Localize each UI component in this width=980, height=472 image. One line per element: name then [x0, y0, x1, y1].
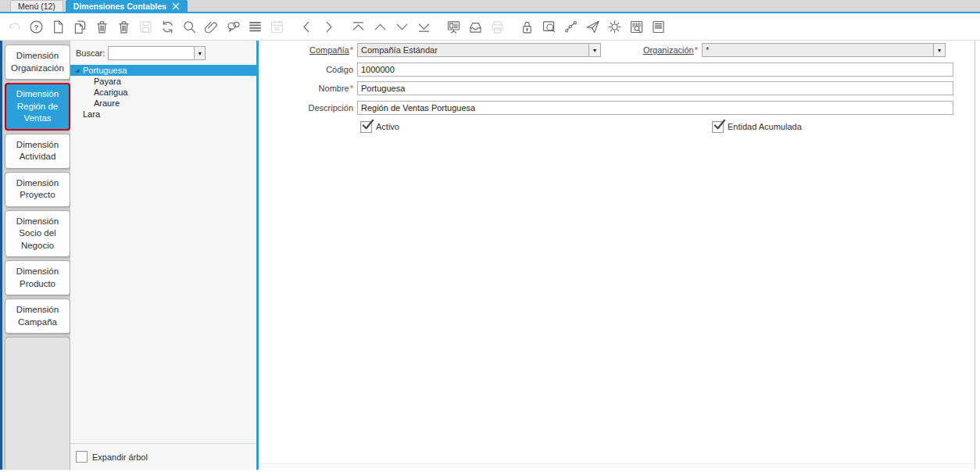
- description-input[interactable]: [357, 101, 953, 115]
- panel-right-edge: [975, 41, 975, 470]
- form-row-checkboxes: Activo Entidad Acumulada: [259, 120, 980, 134]
- new-record-icon[interactable]: [49, 18, 66, 35]
- product-info-icon[interactable]: [628, 18, 645, 35]
- sales-region-tree: ◢PortuguesaPayaraAcariguaAraureLara: [70, 65, 256, 443]
- tree-panel: Buscar: ▾ ◢PortuguesaPayaraAcariguaAraur…: [70, 41, 259, 470]
- summary-entity-checkbox[interactable]: [712, 121, 724, 133]
- print-icon: [488, 18, 506, 35]
- next-record-icon[interactable]: [393, 18, 410, 35]
- tree-item-lara[interactable]: Lara: [70, 109, 256, 120]
- chat-icon[interactable]: [224, 18, 241, 35]
- organization-combobox[interactable]: * ▾: [702, 43, 946, 57]
- search-dropdown-button[interactable]: ▾: [194, 46, 206, 60]
- sidebar-tab-dimension-producto[interactable]: Dimensión Producto: [5, 260, 70, 295]
- copy-record-icon[interactable]: [71, 18, 88, 35]
- form-row-name: Nombre*: [259, 81, 980, 95]
- expand-caret-icon[interactable]: ◢: [75, 67, 79, 73]
- tree-footer: Expandir árbol: [70, 443, 256, 470]
- dimension-tabs: Dimensión OrganizaciónDimensión Región d…: [5, 45, 70, 337]
- active-checkbox[interactable]: [360, 121, 372, 133]
- sidebar-tab-dimension-actividad[interactable]: Dimensión Actividad: [5, 134, 70, 169]
- chevron-down-icon: ▾: [593, 47, 596, 54]
- window-tab-bar: Menú (12) Dimensiones Contables: [0, 0, 980, 13]
- form-row-code: Código: [259, 63, 980, 77]
- name-label: Nombre*: [259, 84, 357, 93]
- parent-record-icon[interactable]: [349, 18, 367, 35]
- company-dropdown-button[interactable]: ▾: [588, 43, 601, 57]
- tree-item-label: Acarigua: [94, 88, 127, 97]
- tab-strip-filler: [5, 337, 70, 470]
- previous-record-icon[interactable]: [371, 18, 388, 35]
- sidebar-tab-dimension-campana[interactable]: Dimensión Campaña: [5, 299, 70, 334]
- find-icon[interactable]: [181, 18, 198, 35]
- grid-toggle-icon[interactable]: [246, 18, 263, 35]
- form-panel: Compañía* Compañía Estándar ▾ Organizaci…: [259, 41, 980, 470]
- workflow-icon[interactable]: [562, 18, 579, 35]
- chevron-down-icon: ▾: [199, 50, 202, 57]
- toolbar: [0, 13, 980, 41]
- tree-search-combobox: ▾: [108, 46, 206, 60]
- quick-form-icon[interactable]: [649, 18, 667, 35]
- tree-search-row: Buscar: ▾: [70, 41, 256, 65]
- delete-selection-icon[interactable]: [115, 18, 132, 35]
- organization-value: *: [702, 43, 933, 57]
- search-label: Buscar:: [76, 48, 105, 58]
- search-input[interactable]: [108, 46, 194, 60]
- tab-menu-label: Menú (12): [18, 2, 55, 11]
- next-icon[interactable]: [320, 18, 337, 35]
- form-row-description: Descripción: [259, 101, 980, 115]
- send-mail-icon[interactable]: [584, 18, 601, 35]
- tree-item-araure[interactable]: Araure: [70, 98, 256, 109]
- save-icon: [137, 18, 154, 35]
- lock-icon[interactable]: [518, 18, 535, 35]
- sidebar-tab-dimension-socio-del-negocio[interactable]: Dimensión Socio del Negocio: [5, 210, 70, 258]
- chevron-down-icon: ▾: [938, 47, 941, 54]
- summary-entity-label: Entidad Acumulada: [728, 122, 802, 131]
- tab-dimensiones-contables[interactable]: Dimensiones Contables: [66, 0, 188, 12]
- tree-item-acarigua[interactable]: Acarigua: [70, 87, 256, 98]
- tree-item-payara[interactable]: Payara: [70, 76, 256, 87]
- zoom-across-icon[interactable]: [540, 18, 557, 35]
- organization-label: Organización*: [601, 45, 702, 55]
- sidebar-tab-dimension-proyecto[interactable]: Dimensión Proyecto: [5, 172, 70, 207]
- calendar-icon: [268, 18, 285, 35]
- previous-icon[interactable]: [298, 18, 315, 35]
- refresh-icon[interactable]: [159, 18, 176, 35]
- report-icon[interactable]: [445, 18, 462, 35]
- undo-icon: [5, 18, 23, 35]
- tree-item-label: Araure: [94, 98, 120, 108]
- delete-record-icon[interactable]: [93, 18, 110, 35]
- main-area: Dimensión OrganizaciónDimensión Región d…: [0, 41, 980, 470]
- form-bottom-strip: [259, 463, 975, 470]
- form-row-company-org: Compañía* Compañía Estándar ▾ Organizaci…: [259, 43, 980, 57]
- help-icon[interactable]: [27, 18, 45, 35]
- tab-dimensiones-contables-label: Dimensiones Contables: [73, 2, 166, 11]
- active-label: Activo: [376, 122, 399, 131]
- detail-record-icon[interactable]: [415, 18, 432, 35]
- preferences-icon[interactable]: [606, 18, 623, 35]
- code-label: Código: [259, 65, 357, 74]
- tree-item-label: Lara: [83, 109, 100, 119]
- description-label: Descripción: [259, 103, 357, 113]
- attachment-icon[interactable]: [202, 18, 220, 35]
- sidebar-tab-dimension-organizacion[interactable]: Dimensión Organización: [5, 45, 70, 80]
- expand-tree-label: Expandir árbol: [92, 452, 148, 462]
- summary-entity-field: Entidad Acumulada: [712, 121, 802, 133]
- tab-menu[interactable]: Menú (12): [10, 0, 63, 12]
- active-field: Activo: [360, 121, 399, 133]
- sidebar-tab-dimension-region-de-ventas[interactable]: Dimensión Región de Ventas: [5, 83, 70, 131]
- tree-item-label: Payara: [94, 77, 121, 86]
- dimension-tab-strip: Dimensión OrganizaciónDimensión Región d…: [0, 41, 70, 470]
- name-input[interactable]: [357, 81, 953, 95]
- close-tab-icon[interactable]: [172, 2, 180, 10]
- company-label: Compañía*: [259, 45, 357, 55]
- code-input[interactable]: [357, 63, 953, 77]
- organization-dropdown-button[interactable]: ▾: [933, 43, 946, 57]
- tree-item-label: Portuguesa: [83, 66, 127, 75]
- expand-tree-checkbox[interactable]: [76, 451, 88, 463]
- tree-item-portuguesa[interactable]: ◢Portuguesa: [70, 65, 256, 76]
- archive-icon[interactable]: [467, 18, 484, 35]
- company-combobox[interactable]: Compañía Estándar ▾: [357, 43, 601, 57]
- company-value: Compañía Estándar: [357, 43, 588, 57]
